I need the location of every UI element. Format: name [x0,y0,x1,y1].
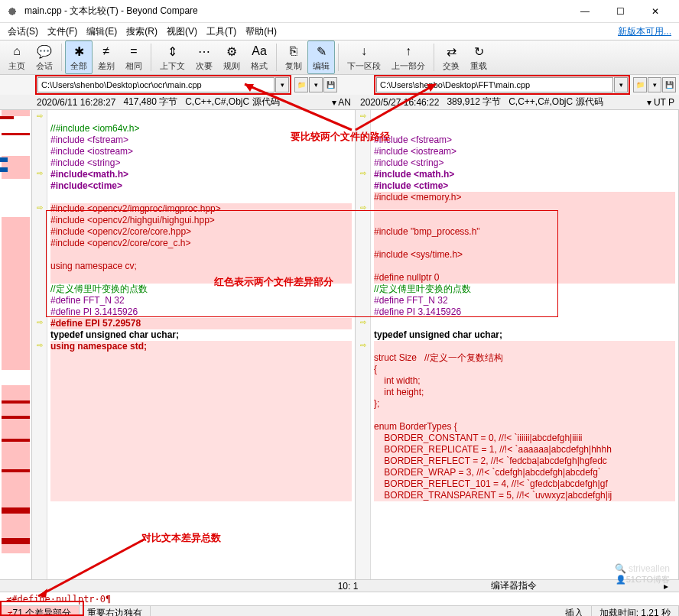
code-line[interactable] [50,421,352,433]
code-line[interactable]: #include <fstream> [374,135,675,146]
code-line[interactable]: #include <opencv2/highgui/highgui.hpp> [50,215,352,226]
toolbar-差别[interactable]: ≠差别 [93,41,120,74]
code-line[interactable] [50,490,352,501]
menu-help[interactable]: 帮助(H) [241,24,281,40]
left-path-dropdown[interactable]: ▾ [275,77,289,92]
code-line[interactable]: }; [374,398,675,410]
code-line[interactable]: typedef unsigned char uchar; [374,329,675,341]
code-line[interactable]: #include<math.h> [50,169,352,180]
code-line[interactable]: BORDER_REPLICATE = 1, //!< `aaaaaa|abcde… [374,444,675,456]
toolbar-相同[interactable]: =相同 [120,41,148,74]
menu-tools[interactable]: 工具(T) [202,24,241,40]
code-line[interactable]: { [374,364,675,375]
code-line[interactable]: #define nullptr 0 [374,272,675,284]
toolbar-次要[interactable]: ⋯次要 [190,41,218,74]
code-line[interactable] [374,410,675,421]
menu-session[interactable]: 会话(S) [3,24,43,40]
code-line[interactable]: #include <fstream> [50,135,352,146]
code-line[interactable] [50,456,352,467]
code-line[interactable]: #include <opencv2/core/core.hpp> [50,226,352,238]
toolbar-上一部分[interactable]: ↑上一部分 [386,41,430,74]
menu-file[interactable]: 文件(F) [43,24,82,40]
code-line[interactable] [374,215,675,226]
left-history-button[interactable]: ▾ [309,77,323,92]
code-line[interactable] [50,375,352,387]
code-line[interactable]: #include <ctime> [374,180,675,192]
menu-search[interactable]: 搜索(R) [122,24,162,40]
code-line[interactable]: #define PI 3.1415926 [374,306,675,318]
new-version-link[interactable]: 新版本可用... [613,24,676,40]
code-line[interactable]: using namespace cv; [50,261,352,272]
code-line[interactable]: BORDER_REFLECT = 2, //!< `fedcba|abcdefg… [374,456,675,467]
code-line[interactable] [374,261,675,272]
diff-count[interactable]: ≠ 71 个差异部分 [0,606,80,616]
left-save-button[interactable]: 💾 [323,77,337,92]
right-path-dropdown[interactable]: ▾ [614,77,628,92]
left-path-input[interactable] [37,77,275,92]
toolbar-规则[interactable]: ⚙规则 [218,41,245,74]
right-open-folder-button[interactable]: 📁 [633,77,647,92]
code-line[interactable]: #include <iostream> [374,146,675,157]
code-line[interactable]: BORDER_CONSTANT = 0, //!< `iiiiii|abcdef… [374,433,675,444]
toolbar-会话[interactable]: 💬会话 [31,41,58,74]
code-line[interactable] [374,112,675,123]
code-line[interactable] [374,203,675,215]
close-button[interactable]: ✕ [638,0,673,23]
code-line[interactable] [50,192,352,203]
code-line[interactable]: int height; [374,387,675,398]
code-line[interactable]: using namespace std; [50,341,352,352]
code-line[interactable] [50,398,352,410]
code-line[interactable]: #include<ctime> [50,180,352,192]
code-line[interactable]: #include <opencv2/imgproc/imgproc.hpp> [50,203,352,215]
code-line[interactable]: #define PI 3.1415926 [50,306,352,318]
code-line[interactable]: #define FFT_N 32 [50,295,352,306]
code-line[interactable] [50,272,352,284]
code-line[interactable]: #include <memory.h> [374,192,675,203]
code-line[interactable]: int width; [374,375,675,387]
code-line[interactable]: BORDER_TRANSPARENT = 5, //!< `uvwxyz|abc… [374,490,675,501]
code-line[interactable] [50,364,352,375]
left-code[interactable]: //#include <iom64v.h>#include <fstream>#… [47,110,355,579]
toolbar-交换[interactable]: ⇄交换 [437,41,465,74]
code-line[interactable]: struct Size //定义一个复数结构 [374,352,675,364]
toolbar-重载[interactable]: ↻重载 [465,41,492,74]
right-code[interactable]: #include <fstream>#include <iostream>#in… [371,110,678,579]
minimize-button[interactable]: — [567,0,603,23]
code-line[interactable] [50,352,352,364]
toolbar-格式[interactable]: Aa格式 [245,41,273,74]
menu-edit[interactable]: 编辑(E) [82,24,122,40]
code-line[interactable]: //#include <iom64v.h> [50,123,352,135]
code-line[interactable] [374,123,675,135]
code-line[interactable] [374,341,675,352]
code-line[interactable]: #include <iostream> [50,146,352,157]
code-line[interactable]: typedef unsigned char uchar; [50,329,352,341]
code-line[interactable]: #include "bmp_process.h" [374,226,675,238]
code-line[interactable]: //定义傅里叶变换的点数 [50,284,352,295]
left-open-folder-button[interactable]: 📁 [294,77,308,92]
code-line[interactable]: BORDER_REFLECT_101 = 4, //!< `gfedcb|abc… [374,478,675,490]
code-line[interactable] [50,478,352,490]
code-line[interactable]: #include <string> [50,157,352,169]
code-line[interactable] [50,467,352,478]
code-line[interactable]: #define EPI 57.29578 [50,318,352,329]
code-line[interactable] [50,444,352,456]
toolbar-编辑[interactable]: ✎编辑 [307,41,335,74]
menu-view[interactable]: 视图(V) [162,24,202,40]
code-line[interactable] [50,112,352,123]
code-line[interactable]: #include <sys/time.h> [374,249,675,261]
code-line[interactable]: #include <string> [374,157,675,169]
code-line[interactable] [50,249,352,261]
code-line[interactable]: BORDER_WRAP = 3, //!< `cdefgh|abcdefgh|a… [374,467,675,478]
toolbar-全部[interactable]: ✱全部 [65,41,93,74]
toolbar-上下文[interactable]: ⇕上下文 [154,41,190,74]
code-line[interactable] [374,318,675,329]
code-line[interactable]: #include <math.h> [374,169,675,180]
code-line[interactable] [374,238,675,249]
code-line[interactable]: enum BorderTypes { [374,421,675,433]
code-line[interactable]: //定义傅里叶变换的点数 [374,284,675,295]
right-save-button[interactable]: 💾 [662,77,676,92]
code-line[interactable] [50,433,352,444]
toolbar-下一区段[interactable]: ↓下一区段 [342,41,386,74]
maximize-button[interactable]: ☐ [603,0,638,23]
overview-gutter[interactable] [0,110,32,579]
